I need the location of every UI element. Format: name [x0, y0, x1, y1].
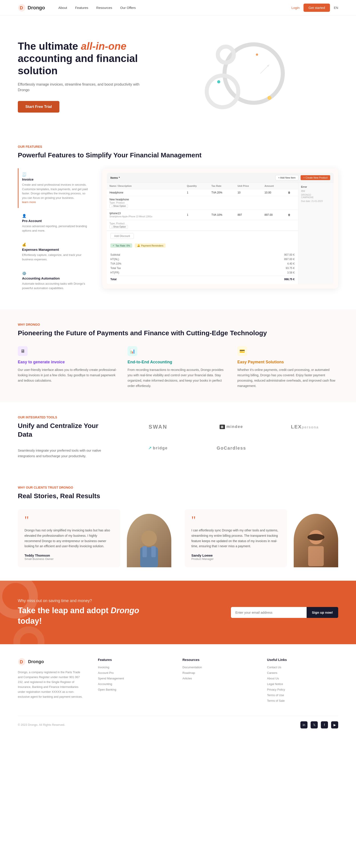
nav-about[interactable]: About [58, 6, 67, 9]
testimonials-tag: Why our clients trust Drongo [18, 486, 338, 489]
integrations-logos: SWAN ⊞ mindee LEXpersona ↗ bridge [124, 419, 338, 455]
footer-useful-title: Useful Links [267, 658, 338, 661]
invoice-mock: Items * + Add New Item + Create New Prod… [107, 173, 334, 284]
integrations-desc: Seamlessly integrate your preferred tool… [18, 447, 107, 459]
col-qty: Quantity [184, 183, 209, 189]
start-trial-button[interactable]: Start Free Trial [18, 101, 60, 113]
summary-ht: HT(NL)897.00 € [110, 257, 294, 261]
feature-item-invoice[interactable]: 🧾 Invoice Create and send professional i… [18, 168, 89, 208]
payment-feature-desc: Whether it's online payments, credit car… [238, 367, 338, 389]
integrations-layout: Our Integrated Tools Unify and Centraliz… [18, 415, 338, 459]
show-option-btn[interactable]: ↓ Show Option [109, 204, 128, 208]
row-qty: 1 [184, 189, 209, 196]
col-action [285, 183, 298, 189]
youtube-icon[interactable]: ▶ [331, 721, 338, 728]
logo-text: Drongo [28, 5, 45, 11]
invoice-feature-desc: Our user-friendly interface allows you t… [18, 367, 118, 383]
summary-total-tax: Total Tax93.75 € [110, 266, 294, 270]
testimonial-1-wrapper: " Drongo has not only simplified my invo… [18, 509, 171, 567]
col-tax: Tax Rate [209, 183, 235, 189]
footer-socials: in 𝕏 f ▶ [300, 721, 338, 728]
row-iphone-qty: 1 [184, 210, 209, 220]
col-name: Name / Description [107, 183, 184, 189]
pro-icon: 👤 [22, 214, 89, 218]
show-option-iphone-btn[interactable]: ↓ Show Option [109, 225, 128, 229]
footer-invoicing-link[interactable]: Invoicing [98, 665, 169, 669]
arrow-icon [258, 62, 272, 76]
dot-yellow [268, 96, 272, 100]
invoice-body: Name / Description Quantity Tax Rate Uni… [107, 183, 334, 284]
footer-brand-description: Drongo, a company registered in the Pari… [18, 670, 84, 700]
testimonial-role-2: Product Manager [191, 557, 280, 561]
language-selector[interactable]: EN [334, 6, 338, 9]
quote-mark-1: " [25, 516, 113, 524]
login-button[interactable]: Login [291, 6, 300, 9]
invoice-main-col: Name / Description Quantity Tax Rate Uni… [107, 183, 298, 284]
pro-title: Pro Account [22, 219, 89, 223]
footer-open-banking-link[interactable]: Open Banking [98, 688, 169, 691]
integrations-left: Our Integrated Tools Unify and Centraliz… [18, 415, 107, 459]
email-input[interactable] [231, 607, 307, 618]
invoice-table: Name / Description Quantity Tax Rate Uni… [107, 183, 298, 231]
footer-col-useful: Useful Links Contact Us Careers About Us… [267, 658, 338, 705]
get-started-button[interactable]: Get started [304, 4, 330, 12]
footer-privacy-link[interactable]: Privacy Policy [267, 688, 338, 691]
footer-docs-link[interactable]: Documentation [182, 665, 254, 669]
nav-features[interactable]: Features [75, 6, 88, 9]
footer-spend-link[interactable]: Spend Management [98, 677, 169, 680]
nav-resources[interactable]: Resources [96, 6, 112, 9]
invoice-learn-link[interactable]: learn more [22, 200, 36, 204]
footer-careers-link[interactable]: Careers [267, 671, 338, 675]
row-iphone-delete[interactable]: 🗑 [285, 210, 298, 220]
facebook-icon[interactable]: f [321, 721, 328, 728]
row-tax: TVA 20% [209, 189, 235, 196]
footer-articles-link[interactable]: Articles [182, 677, 254, 680]
gear-medium [205, 73, 240, 109]
footer-terms-sale-link[interactable]: Terms of Sale [267, 699, 338, 702]
svg-rect-6 [142, 546, 147, 557]
row-iphone-unit: 897 [235, 210, 262, 220]
tax-rate-badge: ✓ Tax Rate: 0% [110, 243, 132, 248]
row-iphone-amount: 897.00 [262, 210, 285, 220]
footer-features-title: Features [98, 658, 169, 661]
footer-brand: D Drongo Drongo, a company registered in… [18, 658, 84, 705]
logo-bridge: ↗ bridge [124, 441, 191, 455]
footer-contact-link[interactable]: Contact Us [267, 665, 338, 669]
hero-description: Effortlessly manage invoices, streamline… [18, 82, 147, 93]
footer-roadmap-link[interactable]: Roadmap [182, 671, 254, 675]
features-tag: Our Features [18, 145, 338, 149]
invoice-badges: ✓ Tax Rate: 0% 🔔 Payment Reminders [107, 241, 298, 250]
footer-terms-use-link[interactable]: Terms of Use [267, 693, 338, 697]
testimonial-author-1: Teddy Thomson [25, 554, 113, 557]
automation-icon: ⚙️ [22, 271, 89, 276]
footer-col-resources: Resources Documentation Roadmap Articles [182, 658, 254, 705]
footer-legal-link[interactable]: Legal Notice [267, 682, 338, 686]
person-silhouette-2 [302, 527, 329, 567]
feature-item-pro[interactable]: 👤 Pro Account Access advanced reporting,… [18, 210, 89, 237]
feature-item-automation[interactable]: ⚙️ Accounting Automation Automate tediou… [18, 267, 89, 294]
hero-visual [147, 33, 338, 118]
footer-accounting-link[interactable]: Accounting [98, 682, 169, 686]
feature-item-expenses[interactable]: 💰 Expenses Management Effortlessly captu… [18, 239, 89, 266]
nav-offers[interactable]: Our Offers [120, 6, 136, 9]
twitter-icon[interactable]: 𝕏 [311, 721, 318, 728]
linkedin-icon[interactable]: in [300, 721, 308, 728]
footer-logo: D Drongo [18, 658, 84, 666]
create-product-button[interactable]: + Create New Product [300, 175, 330, 180]
payment-reminder-badge: 🔔 Payment Reminders [135, 243, 166, 248]
footer-account-pro-link[interactable]: Account Pro [98, 671, 169, 675]
signup-button[interactable]: Sign up now! [307, 607, 338, 618]
logo[interactable]: D Drongo [18, 4, 45, 12]
invoice-preview: Items * + Add New Item + Create New Prod… [102, 168, 338, 289]
pro-desc: Access advanced reporting, personalized … [22, 224, 89, 233]
row-amount: 10.00 [262, 189, 285, 196]
add-item-button[interactable]: + Add New Item [276, 175, 298, 180]
table-row: Headphone 1 TVA 20% 10 10.00 🗑 [107, 189, 298, 196]
footer-about-link[interactable]: About Us [267, 677, 338, 680]
invoice-add-discount: Add Discount [107, 231, 298, 241]
add-discount-button[interactable]: Add Discount [110, 233, 134, 239]
row-delete[interactable]: 🗑 [285, 189, 298, 196]
testimonial-card-1: " Drongo has not only simplified my invo… [18, 509, 120, 567]
testimonial-2-wrapper: " I can effortlessly sync Drongo with my… [185, 509, 338, 567]
features-list: 🧾 Invoice Create and send professional i… [18, 168, 89, 296]
